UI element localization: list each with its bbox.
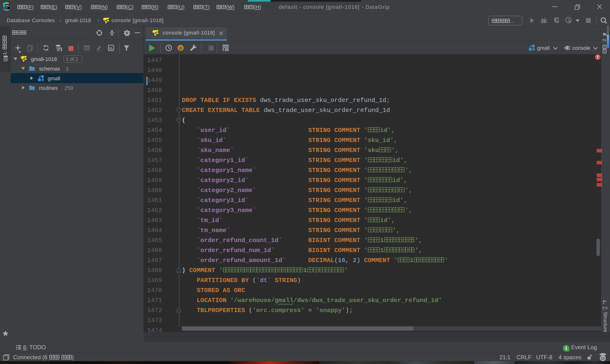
svg-text:p: p: [179, 46, 182, 51]
svg-text:QL: QL: [109, 46, 113, 50]
svg-text:DG: DG: [5, 4, 9, 7]
